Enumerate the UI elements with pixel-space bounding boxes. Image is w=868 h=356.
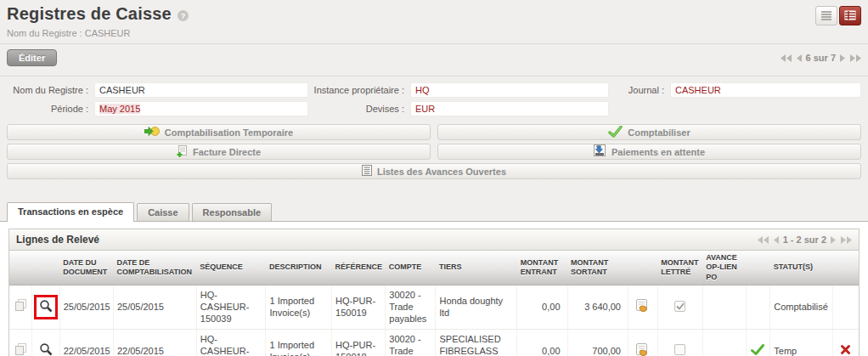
table-row: 25/05/2015 25/05/2015 HQ-CASHEUR-150039 … [9, 285, 859, 329]
cell-montant-entrant: 0,00 [517, 329, 567, 356]
cell-avance [702, 285, 746, 329]
cell-montant-sortant: 700,00 [567, 329, 628, 356]
direct-invoice-icon [177, 145, 188, 159]
statement-lines-table: DATE DU DOCUMENT DATE DE COMPTABILISATIO… [9, 251, 859, 356]
panel-pagination: 1 - 2 sur 2 [758, 235, 852, 245]
tab-bar: Transactions en espèce Caisse Responsabl… [0, 202, 868, 221]
comptabilisation-temporaire-button[interactable]: Comptabilisation Temporaire [7, 124, 431, 140]
cell-tiers: Honda doughty ltd [436, 285, 517, 329]
col-date-comptabilisation: DATE DE COMPTABILISATION [113, 251, 196, 285]
previous-page-icon[interactable] [773, 236, 779, 244]
periode-label: Période : [7, 104, 91, 114]
nom-field[interactable]: CASHEUR [94, 82, 308, 98]
record-pagination-label: 6 sur 7 [806, 53, 836, 63]
cell-date-document: 22/05/2015 [59, 329, 113, 356]
cell-date-comptabilisation: 22/05/2015 [113, 329, 196, 356]
next-record-icon[interactable] [840, 54, 846, 62]
last-page-icon[interactable] [841, 236, 852, 244]
last-record-icon[interactable] [850, 54, 861, 62]
col-avance: AVANCE OP-LIEN PO [702, 251, 746, 285]
cell-description: 1 Imported Invoice(s) [266, 329, 332, 356]
cell-statut: Temp [770, 329, 832, 356]
cell-montant-sortant: 3 640,00 [567, 285, 628, 329]
comptabiliser-button[interactable]: Comptabiliser [437, 124, 861, 140]
edit-button[interactable]: Éditer [7, 49, 57, 66]
cell-description: 1 Imported Invoice(s) [266, 285, 332, 329]
col-date-document: DATE DU DOCUMENT [59, 251, 113, 285]
cell-reference: HQ-PUR-150019 [332, 285, 386, 329]
listes-avances-button[interactable]: Listes des Avances Ouvertes [7, 163, 861, 179]
form-view-icon [844, 10, 856, 22]
zoom-line-icon[interactable] [39, 348, 53, 356]
cell-sequence: HQ-CASHEUR-150039 [196, 285, 266, 329]
record-pagination: 6 sur 7 [781, 53, 861, 63]
pending-payments-icon [594, 144, 606, 159]
periode-field[interactable]: May 2015 [94, 101, 308, 116]
tab-responsable[interactable]: Responsable [192, 203, 272, 221]
register-form: Nom du Registre : CASHEUR Instance propr… [0, 76, 868, 121]
instance-label: Instance propriétaire : [312, 85, 407, 95]
post-check-icon [608, 126, 623, 139]
panel-title: Lignes de Relevé [16, 234, 99, 246]
action-bar: Comptabilisation Temporaire Comptabilise… [0, 121, 868, 179]
cell-compte: 30020 - Trade payables [386, 285, 436, 329]
paiements-en-attente-label: Paiements en attente [612, 147, 705, 157]
cell-date-document: 25/05/2015 [59, 285, 113, 329]
duplicate-line-icon[interactable] [14, 348, 27, 356]
cell-avance [702, 329, 746, 356]
listes-avances-label: Listes des Avances Ouvertes [377, 167, 506, 177]
col-montant-entrant: MONTANT ENTRANT [517, 251, 567, 285]
cell-sequence: HQ-CASHEUR-150038 [196, 329, 266, 356]
list-view-icon [820, 10, 832, 22]
col-description: DESCRIPTION [266, 251, 332, 285]
status-check-icon [751, 347, 764, 356]
lettrage-icon[interactable] [635, 304, 650, 314]
table-header-row: DATE DU DOCUMENT DATE DE COMPTABILISATIO… [9, 251, 859, 285]
col-sequence: SÉQUENCE [196, 251, 266, 285]
open-advances-list-icon [362, 165, 372, 178]
form-view-button[interactable] [839, 6, 861, 25]
previous-record-icon[interactable] [796, 54, 802, 62]
next-page-icon[interactable] [831, 236, 837, 244]
col-compte: COMPTE [386, 251, 436, 285]
zoom-line-icon[interactable] [39, 299, 53, 315]
montant-lettre-checkbox-unchecked[interactable] [674, 344, 685, 355]
devises-label: Devises : [312, 104, 407, 114]
page-header: Registres de Caisse ? Nom du Registre : … [0, 0, 868, 38]
first-record-icon[interactable] [781, 54, 792, 62]
tab-transactions-en-espece[interactable]: Transactions en espèce [7, 202, 134, 222]
lettrage-icon[interactable] [635, 348, 650, 356]
first-page-icon[interactable] [758, 236, 769, 244]
cell-reference: HQ-PUR-150018 [332, 329, 386, 356]
help-icon[interactable]: ? [178, 10, 189, 21]
comptabiliser-label: Comptabiliser [628, 127, 690, 138]
cell-statut: Comptabilisé [770, 285, 832, 329]
devises-field[interactable]: EUR [410, 101, 609, 116]
page-title: Registres de Caisse [7, 4, 172, 24]
list-view-button[interactable] [815, 6, 837, 25]
tab-content: Lignes de Relevé 1 - 2 sur 2 [0, 221, 868, 356]
facture-directe-button[interactable]: Facture Directe [7, 144, 431, 160]
col-reference: RÉFÉRENCE [332, 251, 386, 285]
comptabilisation-temporaire-label: Comptabilisation Temporaire [165, 127, 293, 138]
instance-field[interactable]: HQ [410, 82, 609, 98]
cell-tiers: SPECIALISED FIBREGLASS LTD [436, 329, 517, 356]
col-montant-lettre: MONTANT LETTRÉ [657, 251, 702, 285]
temporary-posting-icon [144, 126, 160, 138]
panel-pagination-label: 1 - 2 sur 2 [783, 235, 826, 245]
periode-value: May 2015 [99, 104, 140, 114]
duplicate-line-icon[interactable] [14, 303, 27, 314]
statement-lines-panel: Lignes de Relevé 1 - 2 sur 2 [8, 229, 860, 356]
table-row: 22/05/2015 22/05/2015 HQ-CASHEUR-150038 … [9, 329, 859, 356]
tab-caisse[interactable]: Caisse [137, 203, 189, 221]
facture-directe-label: Facture Directe [193, 147, 261, 157]
journal-field[interactable]: CASHEUR [670, 82, 861, 98]
cell-compte: 30020 - Trade payables [386, 329, 436, 356]
nom-label: Nom du Registre : [7, 85, 91, 95]
journal-label: Journal : [612, 85, 667, 95]
col-montant-sortant: MONTANT SORTANT [567, 251, 628, 285]
montant-lettre-checkbox-checked[interactable] [674, 301, 685, 312]
paiements-en-attente-button[interactable]: Paiements en attente [437, 144, 861, 160]
delete-line-icon[interactable] [840, 347, 851, 356]
col-statut: STATUT(S) [770, 251, 832, 285]
